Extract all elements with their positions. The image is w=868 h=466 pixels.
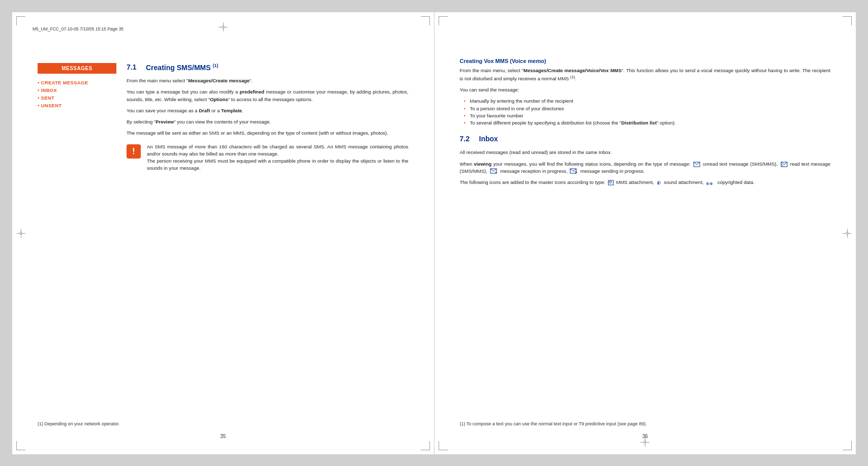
section-7-2-container: 7.2 Inbox All received messages (read an…: [460, 135, 831, 186]
bottom-crosshair-right: [640, 438, 649, 447]
section-7-1-content: 7.1 Creating SMS/MMS (1) From the main m…: [127, 63, 409, 172]
section-7-2-number: 7.2: [460, 135, 475, 143]
sidebar: MESSAGES CREATE MESSAGE INBOX SENT UNSEN…: [38, 63, 116, 109]
sidebar-item-unsent[interactable]: UNSENT: [38, 102, 116, 109]
inbox-para2: When viewing your messages, you will fin…: [460, 161, 831, 175]
section-7-1-para1: From the main menu select "Messages/Crea…: [127, 77, 409, 84]
page-right: Creating Vox MMS (Voice memo) From the m…: [435, 12, 856, 454]
vox-mms-bullets: Manually by entering the number of the r…: [464, 98, 831, 127]
footnote-left: (1) Depending on your network operator.: [38, 421, 120, 426]
inbox-para1: All received messages (read and unread) …: [460, 149, 831, 156]
footnote-right: (1) To compose a text you can use the no…: [460, 421, 647, 426]
corner-tl: [16, 16, 25, 25]
bullet-item: To several different people by specifyin…: [464, 119, 831, 127]
vox-mms-para1: From the main menu, select "Messages/Cre…: [460, 67, 831, 83]
copyright-icon: ⊕⊕: [706, 180, 715, 185]
svg-line-2: [781, 164, 783, 166]
section-7-1-header: 7.1 Creating SMS/MMS (1): [127, 63, 409, 72]
mms-attachment-icon: [608, 180, 614, 185]
corner-br-right: [843, 441, 852, 450]
svg-rect-5: [608, 180, 613, 185]
vox-mms-title: Creating Vox MMS (Voice memo): [460, 58, 831, 64]
svg-text:⊕⊕: ⊕⊕: [706, 181, 713, 185]
corner-tr-right: [843, 16, 852, 25]
sidebar-item-create-message[interactable]: CREATE MESSAGE: [38, 79, 116, 86]
unread-message-icon: [693, 162, 700, 167]
section-7-1-title: Creating SMS/MMS (1): [146, 63, 218, 72]
warning-icon: !: [127, 144, 141, 159]
sidebar-item-inbox[interactable]: INBOX: [38, 86, 116, 94]
side-crosshair-left: [16, 229, 25, 238]
sidebar-header: MESSAGES: [38, 63, 116, 74]
sound-attachment-icon: [657, 179, 662, 186]
corner-tr: [421, 16, 430, 25]
corner-bl: [16, 441, 25, 450]
bullet-item: Manually by entering the number of the r…: [464, 98, 831, 105]
page-left: M5_UM_FCC_07-10-05 7/10/05 15:15 Page 35…: [12, 12, 435, 454]
section-7-1-para4: By selecting "Preview" you can view the …: [127, 118, 409, 126]
bullet-item: To your favourite number: [464, 112, 831, 119]
svg-rect-6: [609, 181, 611, 183]
sending-progress-icon: [570, 168, 578, 175]
sidebar-nav: CREATE MESSAGE INBOX SENT UNSENT: [38, 79, 116, 109]
section-7-1-number: 7.1: [127, 63, 142, 71]
section-7-1-para3: You can save your message as a Draft or …: [127, 107, 409, 114]
book-spread: M5_UM_FCC_07-10-05 7/10/05 15:15 Page 35…: [12, 12, 856, 454]
bullet-item: To a person stored in one of your direct…: [464, 105, 831, 112]
corner-bl-right: [439, 441, 448, 450]
section-7-1-para5: The message will be sent as either an SM…: [127, 130, 409, 137]
top-crosshair-left: [219, 22, 228, 32]
section-7-2-header: 7.2 Inbox: [460, 135, 831, 143]
corner-br: [421, 441, 430, 450]
reception-progress-icon: [490, 168, 498, 175]
page-number-left: 35: [220, 433, 226, 439]
section-7-1-para2: You can type a message but you can also …: [127, 88, 409, 103]
corner-tl-right: [439, 16, 448, 25]
side-crosshair-right: [843, 229, 852, 238]
inbox-para3: The following icons are added to the mas…: [460, 179, 831, 186]
vox-mms-para2: You can send the message:: [460, 86, 831, 94]
warning-text: An SMS message of more than 160 characte…: [147, 143, 409, 172]
warning-box: ! An SMS message of more than 160 charac…: [127, 143, 409, 172]
sidebar-item-sent[interactable]: SENT: [38, 94, 116, 102]
read-message-icon: [781, 162, 788, 167]
section-7-2-title: Inbox: [479, 135, 498, 143]
